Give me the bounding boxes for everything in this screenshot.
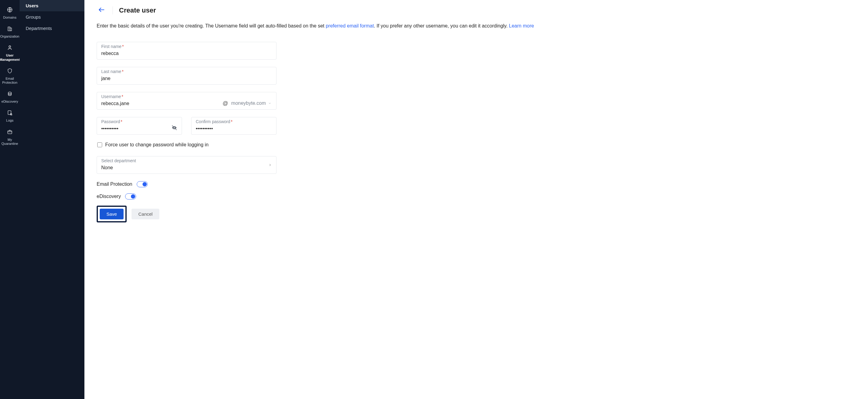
- rail-item-logs[interactable]: Logs: [0, 108, 20, 127]
- sub-sidebar: Users Groups Departments: [20, 0, 85, 399]
- last-name-input[interactable]: [101, 75, 272, 82]
- rail-label: User Management: [0, 54, 20, 61]
- last-name-label: Last name*: [101, 69, 272, 74]
- department-value: None: [101, 164, 272, 171]
- quarantine-icon: [7, 129, 13, 136]
- email-protection-label: Email Protection: [97, 181, 132, 187]
- force-password-change-label: Force user to change password while logg…: [105, 142, 209, 147]
- department-field[interactable]: Select department None: [97, 156, 277, 174]
- svg-point-3: [9, 46, 11, 48]
- user-icon: [7, 44, 13, 52]
- rail-label: Domains: [3, 15, 16, 20]
- password-label: Password*: [101, 119, 169, 124]
- page-header: Create user: [97, 5, 856, 15]
- main-content: Create user Enter the basic details of t…: [85, 0, 868, 399]
- rail-item-email-protection[interactable]: Email Protection: [0, 66, 20, 89]
- confirm-password-input[interactable]: [196, 125, 272, 132]
- rail-label: Organization: [0, 35, 19, 38]
- department-label: Select department: [101, 158, 272, 163]
- force-password-change-row[interactable]: Force user to change password while logg…: [97, 142, 277, 147]
- username-field[interactable]: Username* @ moneybyte.com: [97, 92, 277, 110]
- password-field[interactable]: Password*: [97, 117, 182, 135]
- last-name-field[interactable]: Last name*: [97, 67, 277, 85]
- domain-select[interactable]: moneybyte.com: [231, 101, 272, 106]
- rail-item-user-management[interactable]: User Management: [0, 43, 20, 66]
- svg-rect-4: [8, 111, 11, 115]
- shield-icon: [7, 68, 13, 75]
- page-title: Create user: [119, 6, 156, 14]
- rail-label: My Quarantine: [1, 138, 19, 146]
- building-icon: [7, 26, 13, 33]
- subnav-item-users[interactable]: Users: [20, 0, 85, 11]
- rail-label: Email Protection: [1, 77, 19, 85]
- first-name-label: First name*: [101, 44, 272, 49]
- subnav-item-groups[interactable]: Groups: [20, 11, 85, 23]
- learn-more-link[interactable]: Learn more: [509, 23, 534, 28]
- email-protection-row: Email Protection: [97, 181, 277, 187]
- username-label: Username*: [101, 94, 220, 99]
- force-password-change-checkbox[interactable]: [97, 142, 102, 147]
- first-name-field[interactable]: First name*: [97, 42, 277, 60]
- confirm-password-label: Confirm password*: [196, 119, 272, 124]
- svg-rect-6: [8, 130, 11, 134]
- subnav-item-departments[interactable]: Departments: [20, 23, 85, 34]
- svg-rect-2: [10, 28, 11, 31]
- logs-icon: [7, 110, 13, 117]
- back-button[interactable]: [97, 5, 106, 15]
- divider: [113, 6, 113, 14]
- rail-item-domains[interactable]: Domains: [0, 5, 20, 24]
- ediscovery-icon: [7, 91, 13, 98]
- rail-label: eDiscovery: [2, 100, 18, 104]
- eye-off-icon[interactable]: [169, 120, 177, 132]
- ediscovery-row: eDiscovery: [97, 193, 277, 199]
- preferred-email-format-link[interactable]: preferred email format: [326, 23, 374, 28]
- rail-item-ediscovery[interactable]: eDiscovery: [0, 89, 20, 108]
- intro-text: Enter the basic details of the user you'…: [97, 22, 856, 30]
- password-input[interactable]: [101, 125, 169, 132]
- at-symbol: @: [220, 100, 231, 107]
- cancel-button[interactable]: Cancel: [131, 209, 159, 219]
- domain-value: moneybyte.com: [231, 101, 266, 106]
- arrow-left-icon: [98, 6, 105, 14]
- rail-item-organization[interactable]: Organization: [0, 24, 20, 43]
- ediscovery-toggle[interactable]: [125, 193, 136, 199]
- ediscovery-label: eDiscovery: [97, 194, 121, 199]
- confirm-password-field[interactable]: Confirm password*: [191, 117, 277, 135]
- save-button[interactable]: Save: [100, 209, 124, 219]
- rail-label: Logs: [6, 119, 13, 123]
- create-user-form: First name* Last name* Username* @ money…: [97, 42, 277, 223]
- save-highlight-box: Save: [97, 206, 127, 223]
- first-name-input[interactable]: [101, 50, 272, 57]
- username-input[interactable]: [101, 100, 220, 107]
- chevron-down-icon: [268, 101, 271, 106]
- rail-item-my-quarantine[interactable]: My Quarantine: [0, 127, 20, 150]
- email-protection-toggle[interactable]: [137, 181, 148, 187]
- form-actions: Save Cancel: [97, 206, 277, 223]
- icon-rail: Domains Organization User Management Ema…: [0, 0, 20, 399]
- globe-icon: [7, 7, 13, 14]
